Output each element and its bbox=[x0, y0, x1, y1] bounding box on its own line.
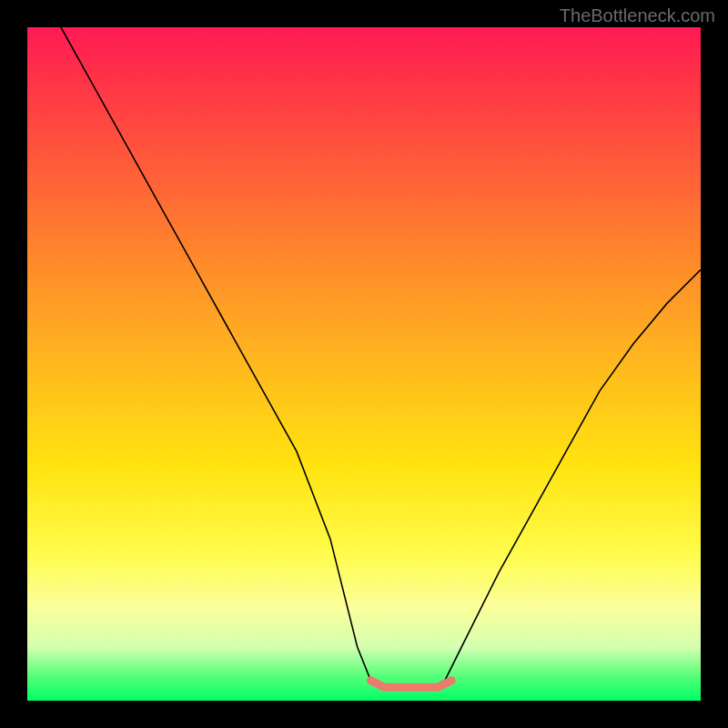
curve-svg bbox=[27, 27, 701, 701]
watermark: TheBottleneck.com bbox=[560, 5, 715, 26]
highlight-curve bbox=[370, 681, 451, 687]
plot-area bbox=[27, 27, 701, 701]
main-curve bbox=[61, 27, 701, 687]
